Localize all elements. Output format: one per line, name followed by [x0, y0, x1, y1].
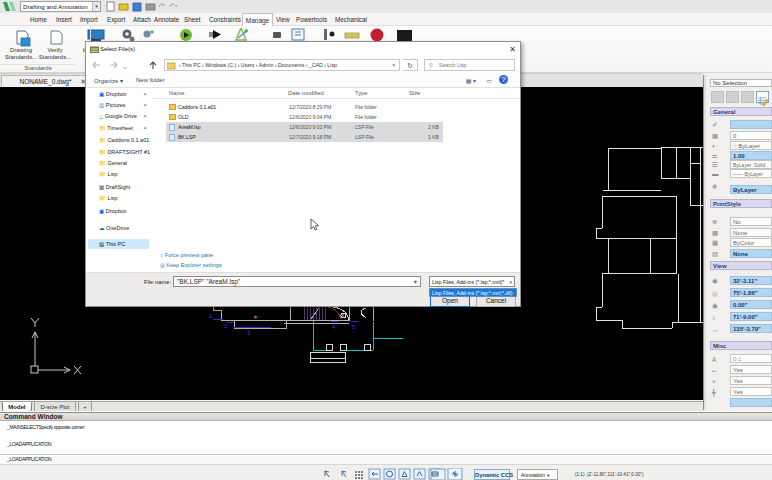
svg-text:5: 5 — [352, 324, 356, 330]
svg-text:6: 6 — [342, 313, 345, 319]
svg-text:4: 4 — [332, 324, 336, 330]
svg-text:1: 1 — [209, 313, 213, 319]
svg-text:3: 3 — [247, 330, 251, 336]
svg-text:2: 2 — [224, 323, 228, 329]
